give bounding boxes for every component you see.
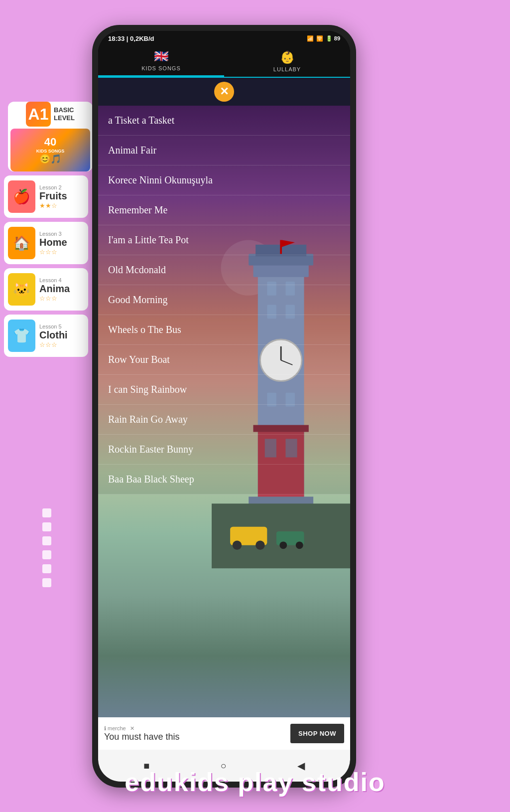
ad-source: ℹ merche ✕ <box>104 725 285 732</box>
song-item-2[interactable]: Animal Fair <box>98 136 350 165</box>
song-item-1[interactable]: a Tisket a Tasket <box>98 106 350 136</box>
phone-frame: 18:33 | 0,2KB/d 📶 🛜 🔋 89 🇬🇧 KIDS SONGS 👶… <box>92 25 356 788</box>
kids-songs-flag: 🇬🇧 <box>154 49 169 63</box>
ad-source-text: merche <box>108 725 126 731</box>
status-time: 18:33 | 0,2KB/d <box>108 35 154 42</box>
fruits-stars: ★★☆ <box>39 202 84 209</box>
lesson-num-5: Lesson 5 <box>39 324 84 329</box>
signal-icon: 📶 <box>307 35 314 42</box>
clothing-stars: ☆☆☆ <box>39 341 84 348</box>
animals-stars: ☆☆☆ <box>39 295 84 302</box>
dot-5 <box>42 564 51 573</box>
clothing-info: Lesson 5 Clothi ☆☆☆ <box>39 324 84 348</box>
tab-bar: 🇬🇧 KIDS SONGS 👶 LULLABY <box>98 44 350 78</box>
lullaby-flag: 👶 <box>280 50 295 64</box>
a1-level-label: BASICLEVEL <box>54 106 75 122</box>
shop-now-button[interactable]: SHOP NOW <box>290 724 344 743</box>
a1-badge: A1 <box>26 102 51 127</box>
song-item-6[interactable]: Old Mcdonald <box>98 255 350 285</box>
ad-info-icon: ℹ <box>104 725 106 731</box>
dot-4 <box>42 550 51 559</box>
home-icon: 🏠 <box>8 227 35 259</box>
ad-banner: ℹ merche ✕ You must have this SHOP NOW <box>98 717 350 750</box>
dot-2 <box>42 522 51 531</box>
ad-text: You must have this <box>104 732 285 742</box>
song-item-13[interactable]: Baa Baa Black Sheep <box>98 465 350 494</box>
fruits-icon: 🍎 <box>8 180 35 213</box>
song-item-12[interactable]: Rockin Easter Bunny <box>98 435 350 465</box>
left-sidebar: A1 BASICLEVEL 40 KIDS SONGS 😊🎵 🍎 Lesson … <box>0 100 92 359</box>
song-list: a Tisket a Tasket Animal Fair Korece Nin… <box>98 106 350 717</box>
animals-info: Lesson 4 Anima ☆☆☆ <box>39 277 84 302</box>
phone-inner: 18:33 | 0,2KB/d 📶 🛜 🔋 89 🇬🇧 KIDS SONGS 👶… <box>98 31 350 782</box>
lesson-title-animals: Anima <box>39 283 84 295</box>
lesson-title-clothing: Clothi <box>39 329 84 341</box>
song-item-5[interactable]: I'am a Little Tea Pot <box>98 225 350 255</box>
a1-image: 40 KIDS SONGS 😊🎵 <box>10 129 90 171</box>
close-button-row: ✕ <box>98 78 350 106</box>
song-item-7[interactable]: Good Morning <box>98 285 350 315</box>
home-stars: ☆☆☆ <box>39 248 84 256</box>
lesson-card-clothing[interactable]: 👕 Lesson 5 Clothi ☆☆☆ <box>4 315 88 357</box>
lesson-title-fruits: Fruits <box>39 190 84 202</box>
tab-kids-songs[interactable]: 🇬🇧 KIDS SONGS <box>98 44 224 77</box>
dots-container <box>42 508 51 587</box>
lesson-card-home[interactable]: 🏠 Lesson 3 Home ☆☆☆ <box>4 222 88 264</box>
song-item-8[interactable]: Wheels o The Bus <box>98 315 350 345</box>
song-item-4[interactable]: Remember Me <box>98 195 350 225</box>
status-icons: 📶 🛜 🔋 89 <box>307 35 340 42</box>
lesson-num-3: Lesson 3 <box>39 231 84 237</box>
song-item-9[interactable]: Row Your Boat <box>98 345 350 375</box>
animals-icon: 🐱 <box>8 273 35 306</box>
fruits-info: Lesson 2 Fruits ★★☆ <box>39 184 84 209</box>
a1-card[interactable]: A1 BASICLEVEL 40 KIDS SONGS 😊🎵 <box>8 102 93 171</box>
lesson-num-4: Lesson 4 <box>39 277 84 283</box>
kids-songs-label: KIDS SONGS <box>141 65 180 71</box>
battery-icon: 🔋 89 <box>326 35 340 42</box>
lesson-card-fruits[interactable]: 🍎 Lesson 2 Fruits ★★☆ <box>4 175 88 218</box>
lesson-card-animals[interactable]: 🐱 Lesson 4 Anima ☆☆☆ <box>4 268 88 311</box>
song-item-3[interactable]: Korece Ninni Okunuşuyla <box>98 165 350 195</box>
song-item-11[interactable]: Rain Rain Go Away <box>98 405 350 435</box>
lesson-title-home: Home <box>39 237 84 248</box>
lullaby-label: LULLABY <box>273 66 301 72</box>
ad-close-icon[interactable]: ✕ <box>130 725 134 731</box>
lesson-num: Lesson 2 <box>39 184 84 190</box>
home-info: Lesson 3 Home ☆☆☆ <box>39 231 84 256</box>
status-bar: 18:33 | 0,2KB/d 📶 🛜 🔋 89 <box>98 31 350 44</box>
clothing-icon: 👕 <box>8 320 35 352</box>
notch <box>217 31 232 35</box>
song-item-10[interactable]: I can Sing Rainbow <box>98 375 350 405</box>
dot-6 <box>42 578 51 587</box>
song-list-container: a Tisket a Tasket Animal Fair Korece Nin… <box>98 106 350 717</box>
tab-lullaby[interactable]: 👶 LULLABY <box>224 44 350 77</box>
ad-info: ℹ merche ✕ You must have this <box>104 725 285 742</box>
dot-1 <box>42 508 51 517</box>
close-button[interactable]: ✕ <box>214 82 234 102</box>
dot-3 <box>42 536 51 545</box>
wifi-icon: 🛜 <box>316 35 323 42</box>
brand-text: edukids play studio <box>125 767 385 797</box>
